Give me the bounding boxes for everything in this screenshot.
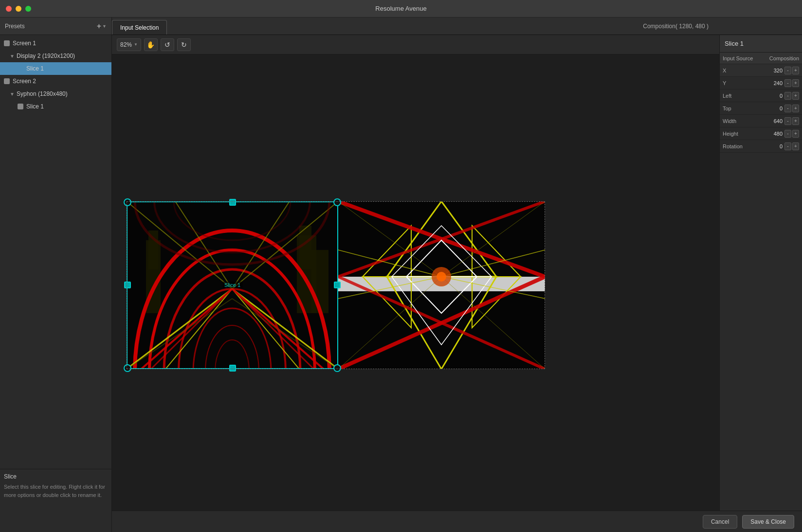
prop-left: Left 0 - +: [720, 89, 802, 102]
right-panel-header: Slice 1: [720, 35, 802, 53]
prop-height-plus[interactable]: +: [792, 130, 799, 138]
prop-x-label: X: [723, 68, 763, 73]
sidebar-item-slice1b[interactable]: Slice 1: [0, 100, 111, 113]
display2-label: Display 2 (1920x1200): [17, 53, 75, 59]
prop-height: Height 480 - +: [720, 127, 802, 140]
zoom-control[interactable]: 82% ▼: [117, 38, 141, 51]
display2-chevron-icon: ▼: [10, 53, 15, 58]
save-close-button[interactable]: Save & Close: [742, 515, 794, 529]
prop-y-minus[interactable]: -: [784, 79, 791, 87]
slice1b-label: Slice 1: [26, 103, 44, 110]
prop-top-minus[interactable]: -: [784, 105, 791, 112]
add-icon: +: [97, 22, 101, 31]
prop-x: X 320 - +: [720, 64, 802, 77]
sidebar-info: Slice Select this slice for editing. Rig…: [0, 469, 111, 532]
hand-icon: ✋: [146, 41, 155, 49]
add-button[interactable]: + ▼: [97, 22, 107, 31]
prop-width-plus[interactable]: +: [792, 117, 799, 125]
slice1a-label: Slice 1: [26, 65, 44, 72]
center-right-container: Input Selection Composition( 1280, 480 )…: [112, 18, 802, 532]
prop-width-controls[interactable]: - +: [784, 117, 799, 125]
right-panel: Slice 1 Input Source Composition X 320 -…: [719, 35, 802, 511]
slice1a-icon: [18, 66, 23, 71]
canvas-area: Slice 1: [112, 54, 719, 511]
prop-left-plus[interactable]: +: [792, 92, 799, 100]
prop-height-label: Height: [723, 131, 763, 137]
window-title: Resolume Avenue: [375, 5, 426, 12]
prop-rotation-controls[interactable]: - +: [784, 142, 799, 150]
presets-label: Presets: [5, 23, 25, 30]
sidebar-item-screen2[interactable]: Screen 2: [0, 75, 111, 88]
prop-y: Y 240 - +: [720, 77, 802, 89]
window-controls[interactable]: [6, 6, 31, 12]
prop-y-controls[interactable]: - +: [784, 79, 799, 87]
prop-top-label: Top: [723, 106, 763, 111]
sidebar-item-slice1a[interactable]: Slice 1: [0, 62, 111, 75]
prop-top: Top 0 - +: [720, 102, 802, 115]
redo-icon: ↻: [181, 41, 187, 49]
minimize-button[interactable]: [16, 6, 21, 12]
screen1-icon: [4, 40, 10, 46]
prop-left-minus[interactable]: -: [784, 92, 791, 100]
input-selection-tab[interactable]: Input Selection: [112, 20, 167, 35]
prop-width: Width 640 - +: [720, 115, 802, 127]
main-layout: Presets + ▼ Screen 1 ▼ Display 2 (1920x1…: [0, 18, 802, 532]
hand-tool-button[interactable]: ✋: [144, 38, 158, 51]
prop-x-value: 320: [763, 68, 783, 73]
prop-x-controls[interactable]: - +: [784, 67, 799, 74]
prop-x-minus[interactable]: -: [784, 67, 791, 74]
content-area: 82% ▼ ✋ ↺ ↻: [112, 35, 802, 511]
close-button[interactable]: [6, 6, 12, 12]
prop-height-value: 480: [763, 131, 783, 137]
sidebar-item-syphon[interactable]: ▼ Syphon (1280x480): [0, 88, 111, 100]
title-bar: Resolume Avenue: [0, 0, 802, 18]
prop-x-plus[interactable]: +: [792, 67, 799, 74]
prop-width-label: Width: [723, 118, 763, 124]
sidebar-item-screen1[interactable]: Screen 1: [0, 37, 111, 50]
toolbar: 82% ▼ ✋ ↺ ↻: [112, 35, 719, 54]
prop-rotation-minus[interactable]: -: [784, 142, 791, 150]
video-left: [127, 201, 338, 369]
sidebar-header: Presets + ▼: [0, 18, 111, 35]
right-panel-title: Slice 1: [725, 40, 744, 47]
sidebar-item-display2[interactable]: ▼ Display 2 (1920x1200): [0, 50, 111, 62]
prop-top-controls[interactable]: - +: [784, 105, 799, 112]
prop-rotation: Rotation 0 - +: [720, 140, 802, 153]
slice1b-icon: [18, 104, 23, 109]
composition-label: Composition( 1280, 480 ): [637, 18, 714, 35]
prop-width-minus[interactable]: -: [784, 117, 791, 125]
undo-icon: ↺: [164, 41, 170, 49]
cancel-button[interactable]: Cancel: [703, 515, 737, 529]
prop-top-plus[interactable]: +: [792, 105, 799, 112]
prop-y-value: 240: [763, 80, 783, 86]
prop-left-label: Left: [723, 93, 763, 99]
prop-left-controls[interactable]: - +: [784, 92, 799, 100]
prop-height-controls[interactable]: - +: [784, 130, 799, 138]
bottom-bar: Cancel Save & Close: [112, 511, 802, 532]
prop-rotation-plus[interactable]: +: [792, 142, 799, 150]
video-right: [338, 201, 545, 369]
redo-button[interactable]: ↻: [177, 38, 191, 51]
svg-rect-5: [311, 250, 328, 313]
undo-button[interactable]: ↺: [161, 38, 174, 51]
prop-rotation-value: 0: [763, 143, 783, 149]
svg-point-55: [437, 272, 446, 282]
canvas-container: 82% ▼ ✋ ↺ ↻: [112, 35, 719, 511]
tab-bar: Input Selection Composition( 1280, 480 ): [112, 18, 802, 35]
prop-y-plus[interactable]: +: [792, 79, 799, 87]
syphon-chevron-icon: ▼: [10, 91, 15, 96]
properties-table: X 320 - + Y 240 - +: [720, 64, 802, 153]
zoom-dropdown-icon: ▼: [134, 42, 138, 47]
screen2-label: Screen 2: [13, 78, 36, 85]
prop-rotation-label: Rotation: [723, 143, 763, 149]
sidebar-info-desc: Select this slice for editing. Right cli…: [4, 483, 108, 499]
sidebar-tree: Screen 1 ▼ Display 2 (1920x1200) Slice 1…: [0, 35, 111, 469]
prop-height-minus[interactable]: -: [784, 130, 791, 138]
sidebar-info-title: Slice: [4, 473, 108, 480]
col-input-source: Input Source: [723, 55, 769, 61]
composition-canvas: Slice 1: [127, 201, 545, 369]
maximize-button[interactable]: [25, 6, 31, 12]
zoom-value: 82%: [120, 41, 132, 48]
prop-col-headers: Input Source Composition: [720, 53, 802, 64]
sidebar: Presets + ▼ Screen 1 ▼ Display 2 (1920x1…: [0, 18, 112, 532]
